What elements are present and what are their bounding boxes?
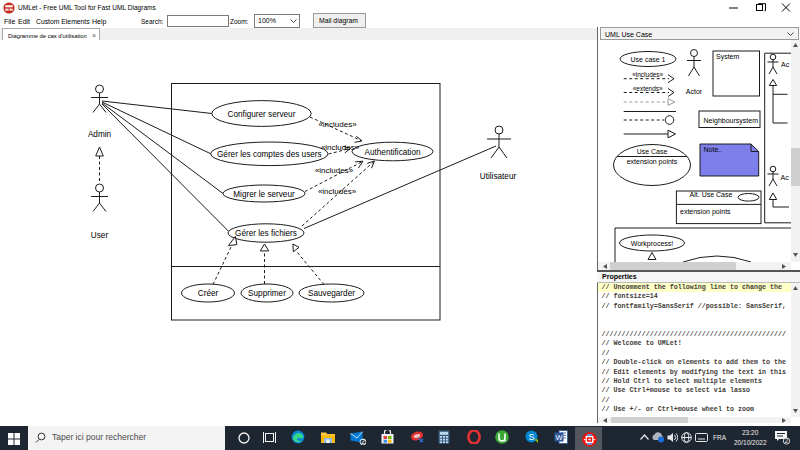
- svg-text:System: System: [716, 53, 740, 61]
- svg-text:S: S: [528, 432, 534, 442]
- svg-text:Ac: Ac: [781, 61, 790, 68]
- svg-text:Use Case: Use Case: [637, 148, 668, 155]
- svg-text:Migrer le serveur: Migrer le serveur: [233, 190, 295, 199]
- svg-text:Authentification: Authentification: [365, 148, 421, 157]
- svg-text:Utilisateur: Utilisateur: [480, 172, 517, 181]
- svg-text:Admin: Admin: [88, 130, 112, 139]
- svg-text:«includes»: «includes»: [632, 71, 663, 78]
- svg-text:Note..: Note..: [704, 146, 723, 153]
- svg-text:«includes»: «includes»: [321, 143, 360, 152]
- svg-text:Workprocess!: Workprocess!: [631, 240, 674, 248]
- svg-text:Neighboursystem: Neighboursystem: [704, 117, 759, 125]
- svg-text:«includés»: «includés»: [318, 187, 357, 196]
- svg-text:«includes»: «includes»: [315, 166, 354, 175]
- svg-text:Supprimer: Supprimer: [248, 289, 286, 298]
- svg-text:extension points: extension points: [627, 158, 678, 166]
- svg-text:2: 2: [361, 438, 365, 445]
- svg-text:Actor: Actor: [686, 88, 703, 95]
- svg-text:User: User: [91, 231, 109, 240]
- svg-text:W: W: [555, 433, 563, 442]
- svg-text:Créer: Créer: [198, 289, 219, 298]
- svg-text:Sauvegarder: Sauvegarder: [308, 289, 355, 298]
- svg-text:Use case 1: Use case 1: [630, 56, 665, 63]
- svg-text:Ac: Ac: [781, 174, 790, 181]
- svg-text:Gérer les comptes des users: Gérer les comptes des users: [217, 150, 322, 159]
- svg-text:«extends»: «extends»: [633, 85, 663, 92]
- svg-text:Configurer serveur: Configurer serveur: [228, 110, 296, 119]
- svg-text:Gérer les fichiers: Gérer les fichiers: [235, 229, 297, 238]
- svg-text:Alt. Use Case: Alt. Use Case: [690, 191, 733, 198]
- svg-text:2: 2: [785, 437, 789, 444]
- svg-text:«includes»: «includes»: [318, 120, 357, 129]
- svg-text:extension points: extension points: [680, 208, 731, 216]
